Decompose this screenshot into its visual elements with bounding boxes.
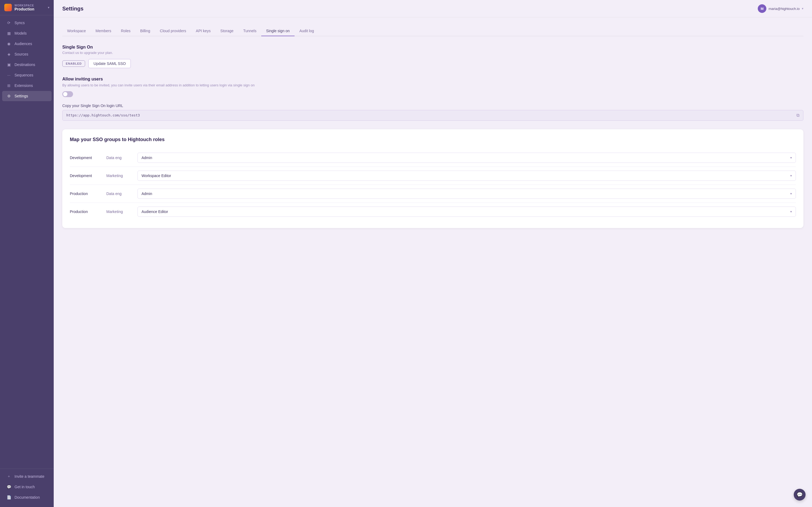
sidebar-item-settings[interactable]: ⚙ Settings [2,91,52,101]
sidebar-item-destinations[interactable]: ▣ Destinations [2,60,52,70]
sidebar-label-sources: Sources [14,52,28,56]
syncs-icon: ⟳ [6,20,11,25]
sso-role-value-2: Admin [142,191,152,196]
sidebar-label-models: Models [14,31,27,36]
allow-inviting-toggle[interactable] [62,91,73,97]
sso-group-0: Development [70,156,102,160]
sidebar-item-models[interactable]: ▦ Models [2,28,52,38]
sso-subtitle: Contact us to upgrade your plan. [62,51,803,55]
select-chevron-icon-0: ▾ [790,156,792,160]
user-avatar: M [758,4,766,13]
sidebar-label-documentation: Documentation [14,495,40,500]
sso-enabled-badge: ENABLED [62,60,85,67]
sso-map-row: Production Marketing Audience Editor ▾ [70,203,796,221]
sidebar-label-invite: Invite a teammate [14,474,44,478]
sidebar-label-extensions: Extensions [14,83,33,88]
sso-role-select-1[interactable]: Workspace Editor ▾ [138,171,796,181]
main-area: Settings M maria@hightouch.io ▾ Workspac… [54,0,812,507]
sidebar: WORKSPACE Production ▾ ⟳ Syncs ▦ Models … [0,0,54,507]
chat-button[interactable]: 💬 [794,489,806,501]
settings-tabs: WorkspaceMembersRolesBillingCloud provid… [62,26,803,36]
get-in-touch-icon: 💬 [6,485,11,489]
destinations-icon: ▣ [6,62,11,67]
sso-role-select-0[interactable]: Admin ▾ [138,153,796,163]
workspace-selector[interactable]: WORKSPACE Production ▾ [0,0,54,15]
sso-role-value-3: Audience Editor [142,210,168,214]
sso-map-row: Development Data eng Admin ▾ [70,149,796,167]
sso-role-select-3[interactable]: Audience Editor ▾ [138,207,796,217]
tab-cloud-providers[interactable]: Cloud providers [155,26,191,36]
sidebar-label-settings: Settings [14,94,28,98]
update-saml-button[interactable]: Update SAML SSO [88,59,131,68]
topbar: Settings M maria@hightouch.io ▾ [54,0,812,17]
sso-team-1: Marketing [106,174,133,178]
sidebar-item-extensions[interactable]: ⊞ Extensions [2,80,52,91]
user-menu[interactable]: M maria@hightouch.io ▾ [758,4,803,13]
sso-role-value-1: Workspace Editor [142,174,171,178]
select-chevron-icon-2: ▾ [790,192,792,195]
sso-url-text: https://app.hightouch.com/sso/test3 [66,113,140,117]
sidebar-item-invite[interactable]: ＋ Invite a teammate [2,471,52,482]
sources-icon: ◈ [6,52,11,57]
chat-icon: 💬 [797,492,803,498]
content-area: WorkspaceMembersRolesBillingCloud provid… [54,17,812,507]
sidebar-nav: ⟳ Syncs ▦ Models ◉ Audiences ◈ Sources ▣… [0,15,54,469]
sidebar-label-audiences: Audiences [14,42,32,46]
tab-workspace[interactable]: Workspace [62,26,91,36]
documentation-icon: 📄 [6,495,11,500]
sso-group-3: Production [70,210,102,214]
copy-url-icon[interactable]: ⧉ [797,113,799,118]
url-section-label: Copy your Single Sign On login URL [62,104,803,108]
sidebar-item-audiences[interactable]: ◉ Audiences [2,39,52,49]
workspace-label: WORKSPACE [14,4,34,7]
workspace-chevron-icon: ▾ [48,6,49,9]
toggle-knob [63,92,67,96]
user-chevron-icon: ▾ [802,7,803,10]
workspace-name: Production [14,7,34,11]
allow-inviting-description: By allowing users to be invited, you can… [62,82,803,88]
tab-roles[interactable]: Roles [116,26,135,36]
tab-single-sign-on[interactable]: Single sign on [261,26,295,36]
sso-rows: Development Data eng Admin ▾ Development… [70,149,796,221]
tab-storage[interactable]: Storage [216,26,239,36]
sidebar-item-sources[interactable]: ◈ Sources [2,49,52,59]
user-email: maria@hightouch.io [768,7,800,11]
tab-api-keys[interactable]: API keys [191,26,215,36]
sso-team-0: Data eng [106,156,133,160]
tab-tunnels[interactable]: Tunnels [239,26,261,36]
sidebar-item-sequences[interactable]: ··· Sequences [2,70,52,80]
tab-members[interactable]: Members [91,26,116,36]
extensions-icon: ⊞ [6,83,11,88]
sso-group-1: Development [70,174,102,178]
allow-inviting-title: Allow inviting users [62,77,803,81]
tab-audit-log[interactable]: Audit log [295,26,319,36]
sso-url-section: Copy your Single Sign On login URL https… [62,104,803,121]
sidebar-bottom: ＋ Invite a teammate 💬 Get in touch 📄 Doc… [0,469,54,507]
sidebar-label-get-in-touch: Get in touch [14,485,35,489]
workspace-icon [4,4,12,11]
models-icon: ▦ [6,31,11,36]
select-chevron-icon-1: ▾ [790,174,792,178]
sidebar-label-sequences: Sequences [14,73,33,77]
sequences-icon: ··· [6,73,11,77]
invite-icon: ＋ [6,474,11,479]
sidebar-label-destinations: Destinations [14,62,35,67]
allow-inviting-section: Allow inviting users By allowing users t… [62,77,803,97]
sso-actions: ENABLED Update SAML SSO [62,59,803,68]
sso-group-2: Production [70,191,102,196]
sso-section: Single Sign On Contact us to upgrade you… [62,45,803,228]
tab-billing[interactable]: Billing [135,26,155,36]
url-box: https://app.hightouch.com/sso/test3 ⧉ [62,110,803,121]
audiences-icon: ◉ [6,41,11,46]
sso-team-2: Data eng [106,191,133,196]
sidebar-item-documentation[interactable]: 📄 Documentation [2,492,52,502]
sso-map-row: Production Data eng Admin ▾ [70,185,796,203]
sso-map-row: Development Marketing Workspace Editor ▾ [70,167,796,185]
sso-role-value-0: Admin [142,156,152,160]
sso-role-select-2[interactable]: Admin ▾ [138,188,796,199]
sidebar-item-syncs[interactable]: ⟳ Syncs [2,18,52,28]
sidebar-item-get-in-touch[interactable]: 💬 Get in touch [2,482,52,492]
sso-map-title: Map your SSO groups to Hightouch roles [70,137,796,143]
sidebar-label-syncs: Syncs [14,21,25,25]
page-title: Settings [62,6,84,12]
